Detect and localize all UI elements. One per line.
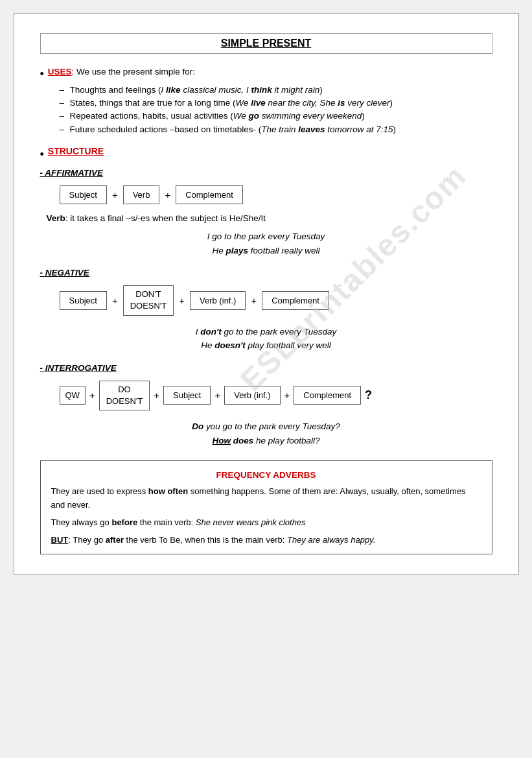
uses-example-3: We go swimming every weekend: [233, 111, 362, 121]
bullet-icon-2: •: [40, 148, 44, 160]
frequency-adverbs-box: FREQUENCY ADVERBS They are used to expre…: [40, 460, 492, 554]
uses-intro-text: USES: We use the present simple for:: [48, 67, 195, 77]
page-title: SIMPLE PRESENT: [40, 33, 492, 54]
negative-label: - NEGATIVE: [40, 268, 492, 278]
negative-examples: I don't go to the park every Tuesday He …: [40, 325, 492, 353]
freq-adverbs-text-1: They are used to express how often somet…: [51, 485, 481, 512]
uses-example-4: The train leaves tomorrow at 7:15: [261, 124, 393, 134]
freq-adverbs-text-2: They always go before the main verb: She…: [51, 516, 481, 530]
int-formula-qw: QW: [60, 386, 86, 405]
int-plus-4: +: [284, 390, 290, 401]
neg-formula-dont: DON'TDOESN'T: [123, 285, 174, 315]
freq-adverbs-title: FREQUENCY ADVERBS: [51, 470, 481, 480]
interrogative-examples: Do you go to the park every Tuesday? How…: [40, 420, 492, 447]
neg-plus-3: +: [251, 295, 257, 306]
negative-section: - NEGATIVE Subject + DON'TDOESN'T + Verb…: [40, 268, 492, 353]
negative-formula: Subject + DON'TDOESN'T + Verb (inf.) + C…: [40, 285, 492, 315]
uses-intro: • USES: We use the present simple for:: [40, 67, 492, 80]
list-item: Repeated actions, habits, usual activiti…: [60, 111, 492, 121]
page-container: ESLprintables.com SIMPLE PRESENT • USES:…: [14, 13, 519, 574]
uses-list: Thoughts and feelings (I like classical …: [40, 85, 492, 134]
interrogative-section: - INTERROGATIVE QW + DODOESN'T + Subject…: [40, 363, 492, 448]
structure-header: STRUCTURE: [48, 146, 104, 156]
int-formula-subject: Subject: [163, 386, 211, 405]
uses-section: • USES: We use the present simple for: T…: [40, 67, 492, 134]
list-item: Thoughts and feelings (I like classical …: [60, 85, 492, 95]
affirmative-examples: I go to the park every Tuesday He plays …: [40, 230, 492, 257]
int-plus-3: +: [214, 390, 220, 401]
freq-adverbs-but-line: BUT: They go after the verb To Be, when …: [51, 535, 481, 545]
int-formula-complement: Complement: [294, 386, 361, 405]
bullet-icon: •: [40, 68, 44, 80]
uses-example-2: We live near the city, She is very cleve…: [235, 98, 389, 108]
formula-box-complement: Complement: [176, 185, 243, 204]
affirmative-label: - AFFIRMATIVE: [40, 168, 492, 178]
neg-formula-verb: Verb (inf.): [190, 291, 246, 310]
interrogative-label: - INTERROGATIVE: [40, 363, 492, 373]
int-plus-2: +: [154, 390, 159, 401]
uses-label: USES: [48, 67, 72, 77]
structure-header-row: • STRUCTURE: [40, 146, 492, 161]
list-item: States, things that are true for a long …: [60, 98, 492, 108]
int-formula-verb: Verb (inf.): [224, 386, 280, 405]
int-plus-1: +: [89, 390, 95, 401]
list-item: Future scheduled actions –based on timet…: [60, 124, 492, 134]
neg-formula-complement: Complement: [262, 291, 329, 310]
interrogative-formula: QW + DODOESN'T + Subject + Verb (inf.) +…: [40, 381, 492, 410]
question-mark-icon: ?: [365, 388, 372, 402]
uses-example-1: I like classical music, I think it might…: [161, 85, 320, 95]
int-formula-do: DODOESN'T: [99, 381, 150, 410]
formula-box-subject: Subject: [60, 185, 107, 204]
plus-icon-1: +: [112, 189, 118, 200]
structure-section: • STRUCTURE - AFFIRMATIVE Subject + Verb…: [40, 146, 492, 447]
verb-note: Verb: it takes a final –s/-es when the s…: [40, 213, 492, 223]
neg-plus-1: +: [112, 295, 118, 306]
affirmative-formula: Subject + Verb + Complement: [40, 185, 492, 204]
affirmative-section: - AFFIRMATIVE Subject + Verb + Complemen…: [40, 168, 492, 257]
formula-box-verb: Verb: [123, 185, 160, 204]
plus-icon-2: +: [165, 189, 170, 200]
neg-formula-subject: Subject: [60, 291, 107, 310]
neg-plus-2: +: [179, 295, 185, 306]
